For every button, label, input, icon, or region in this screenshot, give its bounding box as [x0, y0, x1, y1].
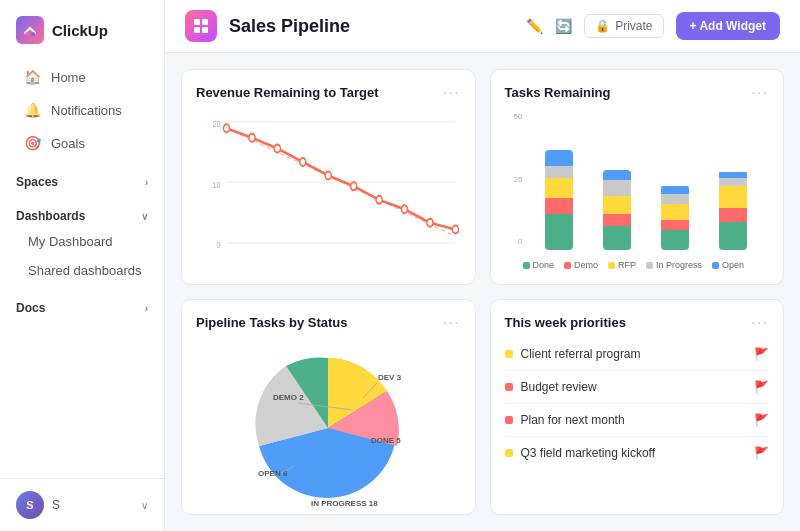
- revenue-title: Revenue Remaining to Target: [196, 85, 379, 100]
- sidebar: ClickUp 🏠 Home 🔔 Notifications 🎯 Goals S…: [0, 0, 165, 531]
- pipeline-pie-svg: DEMO 2 DEV 3 DONE 5 OPEN 6 IN PROGRESS 1…: [223, 338, 433, 508]
- tasks-legend: Done Demo RFP In Progress: [505, 256, 770, 270]
- shared-dashboards-label: Shared dashboards: [28, 263, 141, 278]
- svg-point-20: [401, 205, 407, 213]
- add-widget-button[interactable]: + Add Widget: [676, 12, 780, 40]
- revenue-widget: Revenue Remaining to Target ··· 20 10 0: [181, 69, 476, 285]
- svg-point-22: [452, 225, 458, 233]
- priority-item-4: Q3 field marketing kickoff 🚩: [505, 437, 770, 469]
- priority-label-2: Budget review: [521, 380, 597, 394]
- refresh-icon[interactable]: 🔄: [555, 18, 572, 34]
- priority-flag-4: 🚩: [754, 446, 769, 460]
- svg-text:DEV 3: DEV 3: [378, 373, 402, 382]
- priorities-menu[interactable]: ···: [751, 314, 769, 330]
- priority-left-3: Plan for next month: [505, 413, 625, 427]
- priority-dot-4: [505, 449, 513, 457]
- revenue-chart-area: 20 10 0: [196, 108, 461, 270]
- svg-point-0: [25, 32, 29, 36]
- priority-item-3: Plan for next month 🚩: [505, 404, 770, 437]
- sidebar-section-dashboards[interactable]: Dashboards ∨: [0, 199, 164, 227]
- svg-rect-4: [194, 27, 200, 33]
- priority-dot-1: [505, 350, 513, 358]
- sidebar-item-goals-label: Goals: [51, 136, 85, 151]
- svg-point-21: [427, 219, 433, 227]
- page-title: Sales Pipeline: [229, 16, 514, 37]
- svg-text:OPEN 6: OPEN 6: [258, 469, 288, 478]
- private-label: Private: [615, 19, 652, 33]
- svg-point-1: [31, 32, 35, 36]
- svg-point-14: [249, 134, 255, 142]
- priority-left-2: Budget review: [505, 380, 597, 394]
- revenue-menu[interactable]: ···: [443, 84, 461, 100]
- priorities-title: This week priorities: [505, 315, 626, 330]
- legend-open: Open: [712, 260, 744, 270]
- home-icon: 🏠: [24, 69, 41, 85]
- svg-rect-3: [202, 19, 208, 25]
- priority-flag-1: 🚩: [754, 347, 769, 361]
- sidebar-item-home[interactable]: 🏠 Home: [8, 61, 156, 93]
- svg-text:20: 20: [212, 118, 220, 129]
- priority-dot-2: [505, 383, 513, 391]
- user-menu-chevron: ∨: [141, 500, 148, 511]
- pipeline-widget: Pipeline Tasks by Status ···: [181, 299, 476, 515]
- svg-rect-5: [202, 27, 208, 33]
- priorities-list: Client referral program 🚩 Budget review …: [505, 338, 770, 500]
- sidebar-section-spaces[interactable]: Spaces ›: [0, 165, 164, 193]
- bell-icon: 🔔: [24, 102, 41, 118]
- sidebar-item-shared-dashboards[interactable]: Shared dashboards: [0, 256, 164, 285]
- header-actions: ✏️ 🔄 🔒 Private + Add Widget: [526, 12, 780, 40]
- tasks-chart-area: 50 25 0: [505, 108, 770, 270]
- spaces-chevron: ›: [145, 177, 148, 188]
- svg-rect-2: [194, 19, 200, 25]
- svg-point-17: [325, 171, 331, 179]
- priority-item-2: Budget review 🚩: [505, 371, 770, 404]
- dashboard-grid: Revenue Remaining to Target ··· 20 10 0: [165, 53, 800, 531]
- svg-point-16: [300, 158, 306, 166]
- svg-text:DONE 5: DONE 5: [371, 436, 401, 445]
- logo-text: ClickUp: [52, 22, 108, 39]
- svg-text:DEMO 2: DEMO 2: [273, 393, 304, 402]
- main-content: Sales Pipeline ✏️ 🔄 🔒 Private + Add Widg…: [165, 0, 800, 531]
- sidebar-item-notifications[interactable]: 🔔 Notifications: [8, 94, 156, 126]
- page-header: Sales Pipeline ✏️ 🔄 🔒 Private + Add Widg…: [165, 0, 800, 53]
- tasks-menu[interactable]: ···: [751, 84, 769, 100]
- sidebar-item-my-dashboard[interactable]: My Dashboard: [0, 227, 164, 256]
- tasks-widget: Tasks Remaining ··· 50 25 0: [490, 69, 785, 285]
- docs-label: Docs: [16, 301, 45, 315]
- spaces-label: Spaces: [16, 175, 58, 189]
- priorities-widget-header: This week priorities ···: [505, 314, 770, 330]
- sidebar-item-goals[interactable]: 🎯 Goals: [8, 127, 156, 159]
- svg-point-15: [274, 144, 280, 152]
- priority-dot-3: [505, 416, 513, 424]
- user-name: S: [52, 498, 60, 512]
- legend-done: Done: [523, 260, 555, 270]
- page-header-icon: [185, 10, 217, 42]
- priority-flag-2: 🚩: [754, 380, 769, 394]
- priorities-widget: This week priorities ··· Client referral…: [490, 299, 785, 515]
- legend-rfp: RFP: [608, 260, 636, 270]
- pipeline-pie-area: DEMO 2 DEV 3 DONE 5 OPEN 6 IN PROGRESS 1…: [196, 338, 461, 508]
- sidebar-nav: 🏠 Home 🔔 Notifications 🎯 Goals Spaces › …: [0, 56, 164, 478]
- pipeline-menu[interactable]: ···: [443, 314, 461, 330]
- svg-text:0: 0: [216, 239, 220, 250]
- priority-label-1: Client referral program: [521, 347, 641, 361]
- priority-label-4: Q3 field marketing kickoff: [521, 446, 656, 460]
- logo-icon: [16, 16, 44, 44]
- svg-text:IN PROGRESS 18: IN PROGRESS 18: [311, 499, 378, 508]
- my-dashboard-label: My Dashboard: [28, 234, 113, 249]
- sidebar-footer: S S ∨: [0, 478, 164, 531]
- user-avatar[interactable]: S: [16, 491, 44, 519]
- priority-flag-3: 🚩: [754, 413, 769, 427]
- sidebar-section-docs[interactable]: Docs ›: [0, 291, 164, 319]
- priority-item-1: Client referral program 🚩: [505, 338, 770, 371]
- tasks-title: Tasks Remaining: [505, 85, 611, 100]
- private-badge[interactable]: 🔒 Private: [584, 14, 663, 38]
- edit-icon[interactable]: ✏️: [526, 18, 543, 34]
- legend-in-progress: In Progress: [646, 260, 702, 270]
- tasks-widget-header: Tasks Remaining ···: [505, 84, 770, 100]
- revenue-chart-svg: 20 10 0: [196, 108, 461, 270]
- pipeline-widget-header: Pipeline Tasks by Status ···: [196, 314, 461, 330]
- pipeline-title: Pipeline Tasks by Status: [196, 315, 347, 330]
- logo: ClickUp: [0, 0, 164, 56]
- legend-demo: Demo: [564, 260, 598, 270]
